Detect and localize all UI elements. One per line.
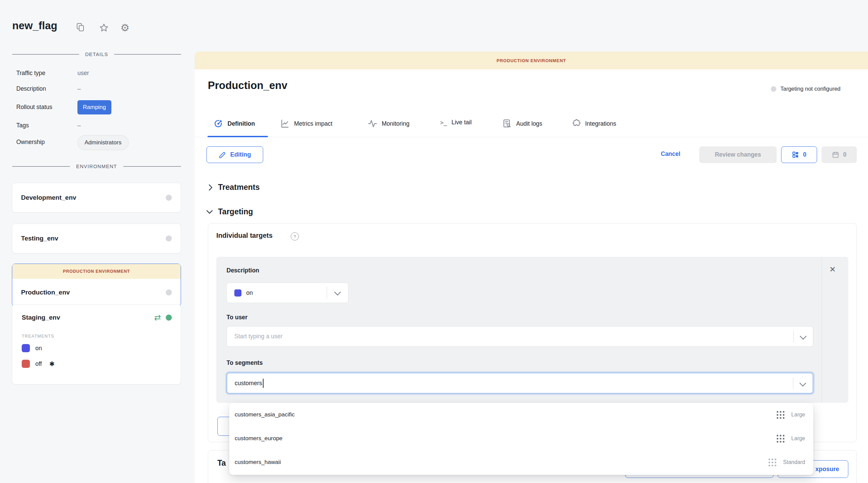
metrics-impact-icon [280,119,290,128]
treatments-heading: TREATMENTS [22,334,54,339]
treatments-section-toggle[interactable]: Treatments [208,183,260,192]
tab-integrations[interactable]: Integrations [571,119,616,128]
targeting-status-text: Targeting not configured [780,86,840,92]
segment-name: customers_asia_pacific [235,411,295,418]
changes-count-button[interactable]: 0 [781,146,817,163]
default-treatment-asterisk-icon: ✱ [49,360,55,368]
grid-icon [792,151,799,158]
chevron-down-icon [800,333,807,340]
definition-icon [214,119,223,128]
individual-targets-heading: Individual targets [216,232,273,239]
tab-label: Audit logs [516,120,542,127]
to-user-placeholder: Start typing a user [234,333,283,340]
cancel-button[interactable]: Cancel [661,150,680,158]
treatment-on-label: on [35,345,42,352]
tab-label: Integrations [585,120,616,127]
treatment-on-swatch [22,344,30,352]
segment-size: Large [791,412,805,418]
dropdown-item-customers-asia-pacific[interactable]: customers_asia_pacific Large [229,403,813,427]
help-icon[interactable]: ? [291,232,299,240]
segment-name: customers_europe [235,435,283,442]
env-status-dot [166,195,172,201]
chevron-right-icon [208,184,213,191]
env-card-staging[interactable]: Staging_env ⇄ TREATMENTS on off ✱ [12,304,181,384]
integrations-icon [571,119,581,128]
scheduled-count-button[interactable]: 0 [821,146,857,163]
ownership-pill[interactable]: Administrators [77,135,129,150]
treatment-select[interactable]: on [227,283,348,303]
detail-value-tags: – [77,122,81,129]
target-row-divider [821,257,822,403]
standard-segment-icon [768,459,776,466]
next-section-heading: Ta [217,459,226,468]
production-env-banner: PRODUCTION ENVIRONMENT [12,264,181,279]
select-divider [327,287,327,299]
env-name: Staging_env [22,314,60,321]
targeting-section-label: Targeting [218,207,253,216]
treatment-off-label: off [35,360,42,368]
input-divider [793,330,794,342]
close-icon[interactable]: ✕ [829,265,836,274]
flag-title: new_flag [12,20,57,32]
tab-definition[interactable]: Definition [214,119,255,128]
copy-icon-shape [75,22,86,33]
dropdown-item-customers-europe[interactable]: customers_europe Large [229,427,813,450]
copy-icon[interactable] [75,22,86,33]
targeting-status-dot [771,86,776,92]
chevron-down-icon [206,209,213,214]
description-label: Description [227,267,259,274]
treatments-section-label: Treatments [218,183,260,192]
tab-live-tail[interactable]: >_ Live tail [440,119,472,126]
review-changes-button[interactable]: Review changes [699,146,777,163]
audit-logs-icon [502,119,512,128]
details-divider: DETAILS [12,51,181,58]
text-cursor [263,379,264,388]
input-divider [793,377,793,389]
page: new_flag ⚙ DETAILS Traffic type user Des… [0,0,868,483]
monitoring-icon [368,119,377,128]
segment-size: Standard [783,459,805,465]
chevron-down-icon [799,380,806,387]
targeting-section-toggle[interactable]: Targeting [206,207,253,216]
tabs-bottom-border [195,137,868,137]
env-status-dot [166,289,172,296]
env-card-production[interactable]: PRODUCTION ENVIRONMENT Production_env [12,264,181,306]
to-segments-value: customers [235,380,262,387]
transfer-arrows-icon: ⇄ [154,314,161,322]
large-segment-icon [777,435,784,443]
detail-label-traffic-type: Traffic type [16,70,46,77]
selected-treatment: on [246,289,253,297]
production-environment-banner: PRODUCTION ENVIRONMENT [195,52,868,69]
segment-size: Large [791,435,805,442]
dropdown-item-customers-hawaii[interactable]: customers_hawaii Standard [229,450,813,474]
targeting-status: Targeting not configured [771,86,840,92]
detail-value-traffic-type: user [77,70,89,77]
tab-metrics-impact[interactable]: Metrics impact [280,119,332,128]
to-user-label: To user [227,314,248,321]
editing-button[interactable]: Editing [206,146,263,163]
calendar-icon [832,151,839,158]
to-segments-input[interactable]: customers [227,373,813,394]
environment-divider: ENVIRONMENT [12,163,181,170]
to-user-input[interactable]: Start typing a user [227,326,813,347]
env-name: Testing_env [21,235,58,242]
chevron-down-icon [334,289,341,296]
tab-monitoring[interactable]: Monitoring [368,119,410,128]
detail-label-description: Description [16,85,46,92]
detail-value-description: – [77,85,81,92]
details-heading: DETAILS [85,52,108,57]
active-tab-underline [207,136,268,137]
live-tail-icon: >_ [440,119,447,126]
env-card-development[interactable]: Development_env [12,183,181,213]
editing-label: Editing [230,151,251,158]
tab-label: Definition [228,120,255,127]
large-segment-icon [777,411,784,419]
detail-label-tags: Tags [16,122,29,129]
gear-icon[interactable]: ⚙ [120,22,130,33]
env-card-testing[interactable]: Testing_env [12,223,181,253]
detail-label-ownership: Ownership [16,139,45,146]
tab-audit-logs[interactable]: Audit logs [502,119,542,128]
pencil-icon [219,151,226,159]
segments-dropdown: customers_asia_pacific Large customers_e… [229,403,813,475]
star-icon[interactable] [98,22,109,33]
